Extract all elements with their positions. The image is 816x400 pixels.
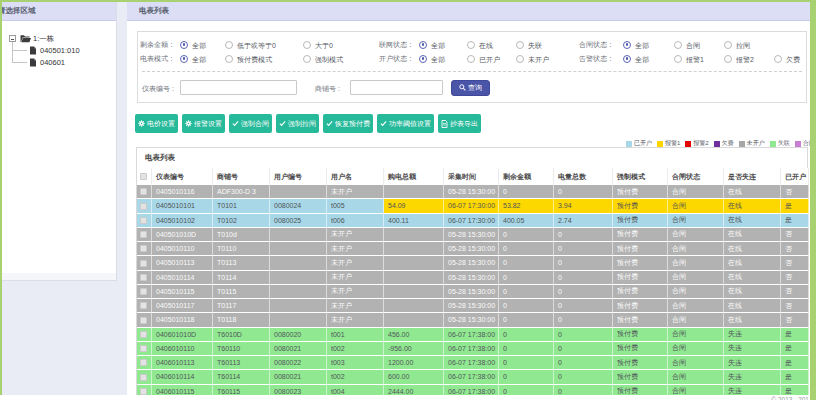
radio-label[interactable]: 已开户	[479, 55, 500, 65]
cell: 失连	[724, 370, 781, 384]
file-icon	[29, 58, 37, 67]
toolbar-button-强制拉闸[interactable]: 强制拉闸	[276, 114, 319, 133]
radio-label[interactable]: 在线	[479, 41, 493, 51]
legend-swatch	[770, 141, 776, 147]
radio-icon[interactable]	[303, 55, 311, 63]
radio-icon[interactable]	[623, 55, 631, 63]
radio-icon[interactable]	[674, 55, 682, 63]
radio-icon[interactable]	[724, 41, 732, 49]
cell: 0	[499, 299, 554, 313]
row-checkbox[interactable]	[140, 260, 147, 267]
cell: 040601010D	[152, 328, 213, 342]
tree-root-label[interactable]: 1:一栋	[33, 34, 54, 44]
file-icon	[441, 120, 448, 128]
row-checkbox[interactable]	[140, 302, 147, 309]
cell: 0405010117	[152, 299, 213, 313]
radio-label[interactable]: 全部	[635, 55, 649, 65]
radio-label[interactable]: 报警1	[686, 55, 704, 65]
radio-label[interactable]: 强制模式	[315, 55, 343, 65]
shop-no-input[interactable]	[350, 80, 443, 95]
cell: 0	[499, 228, 554, 242]
cell: 0	[554, 328, 613, 342]
radio-label[interactable]: 全部	[192, 41, 206, 51]
copyright-text: © 2013 - 201	[771, 396, 809, 400]
radio-icon[interactable]	[419, 41, 427, 49]
row-checkbox[interactable]	[140, 188, 147, 195]
cell: -956.00	[384, 342, 444, 356]
radio-icon[interactable]	[303, 41, 311, 49]
cell: 0406010113	[152, 356, 213, 370]
legend-swatch	[795, 141, 801, 147]
radio-label[interactable]: 全部	[431, 55, 445, 65]
tree-node-label[interactable]: 040501:010	[40, 46, 80, 55]
cell: 否	[781, 285, 809, 299]
radio-label[interactable]: 低于或等于0	[237, 41, 276, 51]
row-checkbox[interactable]	[140, 317, 147, 324]
cell	[384, 271, 444, 285]
radio-label[interactable]: 大于0	[315, 41, 333, 51]
select-all-checkbox[interactable]	[140, 173, 147, 180]
row-checkbox[interactable]	[140, 274, 147, 281]
cell: 预付费	[613, 228, 668, 242]
tree-node-label[interactable]: 040601	[40, 58, 65, 67]
radio-icon[interactable]	[774, 55, 782, 63]
row-checkbox[interactable]	[140, 288, 147, 295]
radio-label[interactable]: 未开户	[528, 55, 549, 65]
radio-icon[interactable]	[419, 55, 427, 63]
row-checkbox[interactable]	[140, 359, 147, 366]
radio-icon[interactable]	[225, 41, 233, 49]
radio-label[interactable]: 全部	[635, 41, 649, 51]
cell: 是	[781, 199, 809, 213]
toolbar: 电价设置报警设置强制合闸强制拉闸恢复预付费功率阈值设置抄表导出	[135, 114, 481, 134]
radio-icon[interactable]	[623, 41, 631, 49]
row-checkbox[interactable]	[140, 217, 147, 224]
cell: 未开户	[327, 228, 384, 242]
radio-label[interactable]: 报警2	[736, 55, 754, 65]
radio-label[interactable]: 拉闸	[736, 41, 750, 51]
row-checkbox[interactable]	[140, 374, 147, 381]
region-panel-scrollbar[interactable]	[2, 273, 116, 280]
cell: 0	[554, 228, 613, 242]
toolbar-button-报警设置[interactable]: 报警设置	[182, 114, 225, 133]
cell: 预付费	[613, 313, 668, 327]
cell	[270, 299, 327, 313]
table-row-0405010101: 0405010101T01010080024t00554.0906-07 17:…	[137, 199, 809, 213]
radio-label[interactable]: 欠费	[786, 55, 800, 65]
row-checkbox[interactable]	[140, 345, 147, 352]
cell: 0	[499, 342, 554, 356]
radio-label[interactable]: 合闸	[686, 41, 700, 51]
toolbar-button-强制合闸[interactable]: 强制合闸	[229, 114, 272, 133]
row-checkbox[interactable]	[140, 331, 147, 338]
radio-icon[interactable]	[467, 55, 475, 63]
radio-label[interactable]: 全部	[431, 41, 445, 51]
radio-icon[interactable]	[516, 41, 524, 49]
row-checkbox[interactable]	[140, 203, 147, 210]
radio-label[interactable]: 失联	[528, 41, 542, 51]
toolbar-button-恢复预付费[interactable]: 恢复预付费	[323, 114, 373, 133]
row-checkbox-cell	[137, 271, 152, 285]
row-checkbox-cell	[137, 313, 152, 327]
radio-icon[interactable]	[225, 55, 233, 63]
radio-icon[interactable]	[467, 41, 475, 49]
toolbar-button-抄表导出[interactable]: 抄表导出	[438, 114, 481, 133]
toolbar-button-电价设置[interactable]: 电价设置	[135, 114, 178, 133]
radio-icon[interactable]	[180, 41, 188, 49]
cell: 53.82	[499, 199, 554, 213]
cell: 预付费	[613, 370, 668, 384]
radio-label[interactable]: 全部	[192, 55, 206, 65]
radio-icon[interactable]	[516, 55, 524, 63]
radio-icon[interactable]	[180, 55, 188, 63]
row-checkbox[interactable]	[140, 245, 147, 252]
filter-group-label: 告警状态：	[579, 54, 614, 64]
search-button[interactable]: 查询	[451, 80, 490, 96]
cell: 否	[781, 242, 809, 256]
tree-collapse-icon[interactable]	[9, 35, 16, 42]
radio-label[interactable]: 预付费模式	[237, 55, 272, 65]
meter-no-input[interactable]	[180, 80, 297, 95]
row-checkbox-cell	[137, 242, 152, 256]
row-checkbox-cell	[137, 356, 152, 370]
radio-icon[interactable]	[724, 55, 732, 63]
radio-icon[interactable]	[674, 41, 682, 49]
toolbar-button-功率阈值设置[interactable]: 功率阈值设置	[377, 114, 434, 133]
row-checkbox[interactable]	[140, 231, 147, 238]
